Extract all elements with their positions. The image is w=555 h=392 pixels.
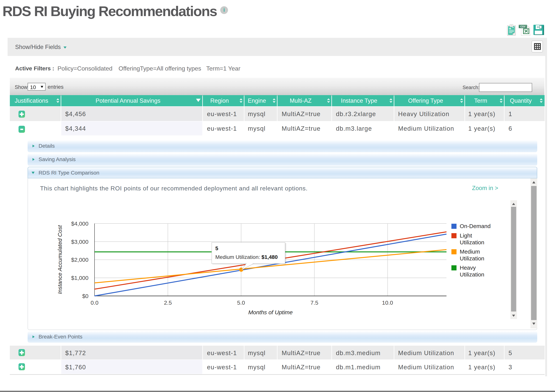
svg-text:Heavy: Heavy xyxy=(460,265,476,271)
svg-text:On-Demand: On-Demand xyxy=(460,223,490,229)
svg-text:$4,000: $4,000 xyxy=(71,221,88,227)
svg-text:Light: Light xyxy=(460,232,472,239)
svg-text:W: W xyxy=(509,27,511,30)
svg-text:Utilization: Utilization xyxy=(460,239,484,245)
svg-text:5: 5 xyxy=(215,245,218,251)
svg-text:$3,000: $3,000 xyxy=(71,239,88,245)
svg-text:5.0: 5.0 xyxy=(237,300,245,306)
svg-text:10.0: 10.0 xyxy=(382,300,393,306)
svg-text:$1,000: $1,000 xyxy=(71,275,88,281)
svg-text:Utilization: Utilization xyxy=(460,271,484,278)
svg-text:Utilization: Utilization xyxy=(460,255,484,261)
svg-text:Medium Utilization: $1,480: Medium Utilization: $1,480 xyxy=(215,254,278,260)
svg-text:CSV: CSV xyxy=(520,25,526,28)
svg-text:2.5: 2.5 xyxy=(164,300,172,306)
svg-text:$2,000: $2,000 xyxy=(71,257,88,263)
svg-text:Months of Uptime: Months of Uptime xyxy=(248,309,293,315)
svg-text:$0: $0 xyxy=(82,293,88,299)
svg-text:0.0: 0.0 xyxy=(91,300,98,306)
svg-text:7.5: 7.5 xyxy=(310,300,318,306)
svg-text:Medium: Medium xyxy=(460,248,480,255)
svg-text:Instance Accumulated Cost: Instance Accumulated Cost xyxy=(57,225,63,294)
